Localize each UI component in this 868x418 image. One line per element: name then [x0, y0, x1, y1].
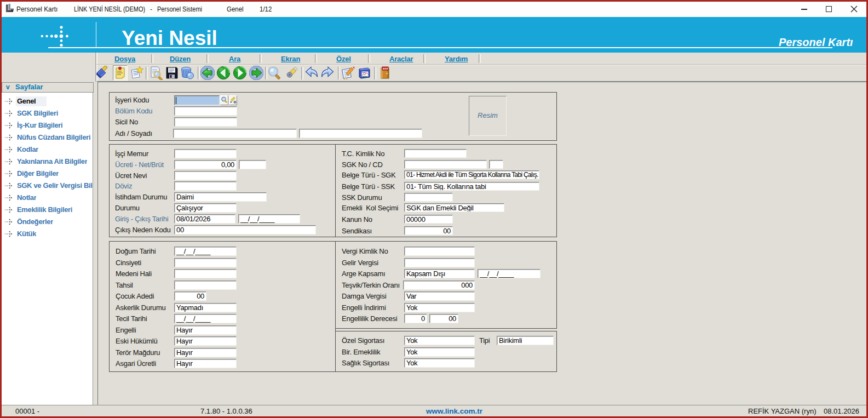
- svg-text:EXIT: EXIT: [383, 67, 388, 70]
